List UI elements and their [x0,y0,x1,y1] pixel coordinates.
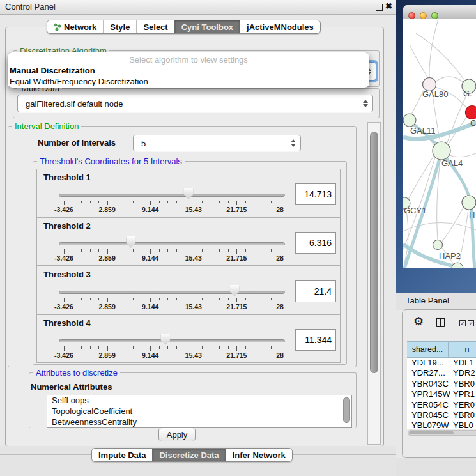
slider-tick [73,201,73,203]
table-hscrollbar[interactable] [408,430,476,436]
float-window-icon[interactable] [376,4,383,11]
threshold-panel: Threshold 4 -3.4262.8599.14415.4321.7152… [36,314,341,363]
table-panel: ⚙ ✓ ✓ shared... n YDL19... YDL1 YDR27...… [402,309,476,458]
slider-tick-label: -3.426 [54,254,73,262]
tab-infer-network[interactable]: Infer Network [226,449,292,461]
attribute-list-item[interactable]: BetweennessCentrality [47,417,351,428]
number-of-intervals-combobox[interactable]: 5 [133,135,301,151]
threshold-value-field[interactable]: 14.713 [295,183,336,205]
table-row[interactable]: YPR145W YPR1 [407,389,476,399]
slider-tick [107,201,108,205]
bottom-right-strip [396,458,476,476]
algorithm-option-manual[interactable]: Manual Discretization [10,65,367,76]
slider-tick [263,346,263,349]
top-tab-bar: Network Style Select Cyni Toolbox [47,20,321,34]
column-header-name[interactable]: n [449,342,476,357]
tab-network[interactable]: Network [47,20,103,33]
node-red-selected[interactable] [466,106,476,119]
tab-style[interactable]: Style [103,20,136,33]
threshold-value-field[interactable]: 6.316 [295,232,336,254]
algorithm-option-equal-width[interactable]: Equal Width/Frequency Discretization [10,76,367,87]
tab-jactivemnodules[interactable]: jActiveMNodules [240,20,320,33]
tab-cyni-toolbox[interactable]: Cyni Toolbox [174,20,240,33]
split-columns-icon[interactable] [436,318,445,327]
slider-tick-label: 9.144 [142,206,158,213]
slider-handle[interactable] [126,236,135,248]
slider-tick [90,298,91,300]
label-gal11: GAL11 [410,126,436,135]
table-row[interactable]: YBR045C YBR0 [407,410,476,420]
table-row[interactable]: YER054C YER0 [407,400,476,410]
slider-tick [245,298,246,300]
slider-tick [263,201,263,203]
zoom-traffic-light-icon[interactable] [431,12,438,19]
table-row[interactable]: YDR27... YDR2 [407,368,476,378]
threshold-value-field[interactable]: 21.4 [295,280,336,302]
slider-tick [159,298,160,300]
slider-handle[interactable] [230,285,240,296]
apply-button[interactable]: Apply [158,427,196,441]
gear-icon[interactable]: ⚙ [413,316,424,327]
slider-tick [280,201,280,205]
slider-tick [150,249,151,254]
table-row[interactable]: YDL19... YDL1 [407,358,476,368]
slider-tick [254,249,254,252]
slider-tick [167,201,168,203]
node-h[interactable] [462,196,476,210]
slider-zone: -3.4262.8599.14415.4321.71528 [64,266,280,315]
node-gal4[interactable] [433,142,450,160]
network-window-titlebar[interactable] [403,5,476,19]
column-header-shared-name[interactable]: shared... [407,342,449,357]
slider-tick [150,201,151,205]
slider-tick [194,201,194,205]
control-panel-titlebar: Control Panel ✖ [0,0,396,15]
slider-handle[interactable] [160,334,170,345]
slider-tick [73,346,73,349]
checkbox-icon[interactable]: ✓ [459,320,466,326]
settings-scrollbar[interactable] [367,122,381,445]
slider-tick-label: 21.715 [226,303,247,311]
network-graph: GAL80 G. C GAL11 GAL4 GCY1 H HAP2 [403,19,476,268]
table-row[interactable]: YBL079W YBL0 [407,420,476,429]
node-bottom[interactable] [452,263,463,268]
slider-tick [142,249,142,252]
minimize-traffic-light-icon[interactable] [420,12,427,19]
slider-tick [185,298,185,300]
threshold-value-field[interactable]: 11.344 [295,329,336,351]
slider-handle[interactable] [184,188,194,199]
cell-name: YER0 [449,400,476,410]
slider-tick [167,298,168,300]
close-traffic-light-icon[interactable] [408,12,415,19]
slider-tick [185,249,185,252]
table-row[interactable]: YBR043C YBR0 [407,379,476,389]
scrollbar-thumb[interactable] [370,132,378,373]
table-panel-title: Table Panel [406,296,449,305]
label-c-partial: C [470,118,476,128]
tab-discretize-data[interactable]: Discretize Data [152,449,225,461]
attribute-list-item[interactable]: SelfLoops [47,395,351,406]
attribute-list-item[interactable]: TopologicalCoefficient [47,406,351,417]
checkbox-icon[interactable]: ✓ [468,320,474,326]
slider-tick [245,201,246,203]
close-icon[interactable]: ✖ [385,1,392,11]
cell-name: YBR0 [449,410,476,420]
label-hap2: HAP2 [439,251,461,261]
slider-tick-label: 28 [276,303,284,311]
slider-tick [159,346,160,349]
slider-tick-label: 21.715 [226,206,247,213]
node-hap2[interactable] [433,240,443,250]
numerical-attributes-list[interactable]: SelfLoopsTopologicalCoefficientBetweenne… [47,395,352,428]
slider-tick [125,346,125,349]
network-view[interactable]: GAL80 G. C GAL11 GAL4 GCY1 H HAP2 [403,19,476,268]
list-scrollbar[interactable] [343,397,350,423]
tab-impute-data[interactable]: Impute Data [92,449,152,461]
node-gal11[interactable] [403,114,416,127]
hscrollbar-thumb[interactable] [409,431,454,434]
slider-tick [245,346,246,349]
slider-tick [236,298,237,302]
slider-tick [142,346,142,349]
slider-tick [263,249,263,252]
table-data-combobox[interactable]: galFiltered.sif default node [17,95,373,112]
tab-select[interactable]: Select [136,20,174,33]
thresholds-group: Threshold's Coordinates for 5 Intervals … [33,161,347,365]
